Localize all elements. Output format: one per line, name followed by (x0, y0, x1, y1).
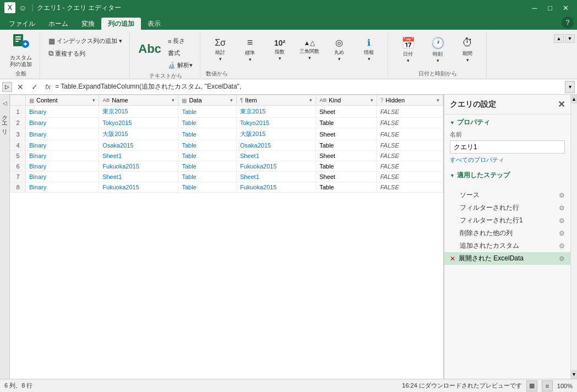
step-gear-icon[interactable]: ⚙ (559, 192, 565, 199)
scroll-up-button[interactable]: ▲ (571, 95, 577, 104)
formula-cancel-button[interactable]: ✕ (14, 81, 26, 93)
formula-input[interactable] (55, 81, 563, 93)
step-item-removed-cols[interactable]: 削除された他の列 ⚙ (444, 227, 570, 239)
step-item-expanded-excel[interactable]: ✕ 展開された ExcelData ⚙ (444, 252, 570, 265)
step-item-added-custom[interactable]: 追加されたカスタム ⚙ (444, 239, 570, 252)
step-item-filtered-rows[interactable]: フィルターされた行 ⚙ (444, 202, 570, 214)
tab-view[interactable]: 表示 (141, 18, 167, 30)
formula-dropdown-button[interactable]: ▾ (565, 81, 575, 93)
row-num-header (10, 95, 26, 106)
step-gear-icon[interactable]: ⚙ (559, 255, 565, 263)
content-filter-btn[interactable]: ▾ (92, 97, 95, 103)
app-logo: X (4, 2, 15, 13)
query-name-input[interactable] (450, 140, 565, 154)
step-label: フィルターされた行1 (460, 216, 523, 225)
scroll-down-button[interactable]: ▼ (571, 370, 577, 379)
add-custom-column-button[interactable]: カスタム列の追加 (7, 34, 35, 65)
formula-confirm-button[interactable]: ✓ (29, 81, 41, 93)
step-gear-icon[interactable]: ⚙ (559, 230, 565, 237)
step-gear-icon[interactable]: ⚙ (559, 204, 565, 212)
cell-item: 東京2015 (236, 106, 315, 118)
table-row[interactable]: 2 Binary Tokyo2015 Table Tokyo2015 Table… (10, 118, 443, 128)
kind-filter-btn[interactable]: ▾ (371, 97, 373, 103)
table-row[interactable]: 7 Binary Sheet1 Table Sheet1 Sheet FALSE (10, 172, 443, 182)
data-area: ▦ Content ▾ AB Name ▾ (10, 95, 444, 379)
step-gear-icon[interactable]: ⚙ (559, 217, 565, 225)
fx-label: fx (45, 83, 51, 91)
table-row[interactable]: 4 Binary Osaka2015 Table Osaka2015 Table… (10, 140, 443, 151)
tab-home[interactable]: ホーム (42, 18, 75, 30)
steps-section-header[interactable]: ▼ 適用したステップ (450, 171, 565, 180)
properties-section-header[interactable]: ▼ プロパティ (450, 118, 565, 127)
step-item-source[interactable]: ソース ⚙ (444, 189, 570, 202)
format-small-button[interactable]: 書式 (165, 47, 195, 59)
format-abc-button[interactable]: Abc (135, 34, 164, 65)
status-grid-icon[interactable]: ▦ (526, 380, 537, 391)
round-button[interactable]: ◎ 丸め▾ (325, 34, 353, 65)
tab-add-column[interactable]: 列の追加 (101, 18, 141, 30)
length-button[interactable]: ≡ 長さ (165, 35, 195, 47)
steps-section: ▼ 適用したステップ (444, 167, 570, 187)
step-label: 追加されたカスタム (460, 241, 519, 251)
name-filter-btn[interactable]: ▾ (172, 97, 175, 103)
cell-kind: Table (316, 182, 377, 193)
svg-rect-1 (15, 36, 21, 37)
ribbon-collapse-up[interactable]: ▲ (554, 34, 564, 43)
sidebar-toggle[interactable]: ◁ クエリ (0, 95, 10, 379)
length-icon: ≡ (168, 38, 171, 45)
query-panel-close-button[interactable]: ✕ (558, 99, 565, 110)
tab-file[interactable]: ファイル (2, 18, 42, 30)
hidden-filter-btn[interactable]: ▾ (437, 97, 439, 103)
minimize-button[interactable]: ─ (527, 2, 542, 13)
table-row[interactable]: 3 Binary 大阪2015 Table 大阪2015 Sheet FALSE (10, 128, 443, 140)
item-filter-btn[interactable]: ▾ (309, 97, 312, 103)
duration-button[interactable]: ⏱ 期間▾ (453, 34, 482, 65)
cell-data: Table (178, 106, 236, 118)
cell-item: Tokyo2015 (236, 118, 315, 128)
content-type-icon: ▦ (29, 97, 34, 104)
time-button[interactable]: 🕐 時刻▾ (423, 34, 452, 65)
extract-button[interactable]: 🔬 解析▾ (165, 59, 195, 71)
data-filter-btn[interactable]: ▾ (230, 97, 233, 103)
cell-content: Binary (26, 182, 99, 193)
col-header-item: ¶ Item ▾ (236, 95, 315, 106)
ribbon-group-numbers-label: 数値から (206, 69, 228, 78)
trig-button[interactable]: ▲△ 三角関数▾ (295, 34, 324, 65)
status-bar-icon[interactable]: ≡ (542, 380, 553, 391)
data-table: ▦ Content ▾ AB Name ▾ (10, 95, 443, 193)
tab-transform[interactable]: 変換 (75, 18, 101, 30)
step-label: 削除された他の列 (460, 228, 513, 238)
properties-section: ▼ プロパティ 名前 すべてのプロパティ (444, 115, 570, 167)
date-button[interactable]: 📅 日付▾ (394, 34, 422, 65)
table-row[interactable]: 5 Binary Sheet1 Table Sheet1 Sheet FALSE (10, 151, 443, 161)
formula-expand-button[interactable]: ▷ (2, 82, 12, 92)
cell-hidden: FALSE (377, 151, 443, 161)
text-group-buttons: Abc ≡ 長さ 書式 🔬 解析▾ (135, 34, 195, 71)
table-row[interactable]: 6 Binary Fukuoka2015 Table Fukuoka2015 T… (10, 161, 443, 172)
cell-kind: Sheet (316, 128, 377, 140)
cell-kind: Table (316, 140, 377, 151)
stats-button[interactable]: Σσ 統計▾ (206, 34, 235, 65)
help-button[interactable]: ? (562, 17, 574, 29)
all-properties-link[interactable]: すべてのプロパティ (450, 156, 565, 164)
table-row[interactable]: 8 Binary Fukuoka2015 Table Fukuoka2015 T… (10, 182, 443, 193)
duplicate-button[interactable]: ⧉ 重複する列 (46, 47, 125, 59)
add-index-button[interactable]: ▦ インデックス列の追加 ▾ (46, 35, 125, 47)
close-button[interactable]: ✕ (558, 2, 573, 13)
ribbon-collapse-down[interactable]: ▼ (565, 34, 575, 43)
maximize-button[interactable]: □ (543, 2, 557, 13)
cell-hidden: FALSE (377, 106, 443, 118)
table-row[interactable]: 1 Binary 東京2015 Table 東京2015 Sheet FALSE (10, 106, 443, 118)
step-gear-icon[interactable]: ⚙ (559, 242, 565, 250)
right-scrollbar[interactable]: ▲ ▼ (570, 95, 577, 379)
datetime-group-buttons: 📅 日付▾ 🕐 時刻▾ ⏱ 期間▾ (394, 34, 482, 65)
exponent-button[interactable]: 10² 指数▾ (265, 34, 294, 65)
standard-button[interactable]: ≡ 標準▾ (236, 34, 264, 65)
step-item-filtered-rows1[interactable]: フィルターされた行1 ⚙ (444, 214, 570, 227)
step-label: ソース (460, 190, 480, 200)
cell-kind: Sheet (316, 151, 377, 161)
info-button[interactable]: ℹ 情報▾ (355, 34, 383, 65)
cell-item: Fukuoka2015 (236, 161, 315, 172)
status-zoom: 100% (557, 383, 573, 389)
status-right: 16:24 にダウンロードされたプレビューです ▦ ≡ 100% (402, 380, 573, 391)
